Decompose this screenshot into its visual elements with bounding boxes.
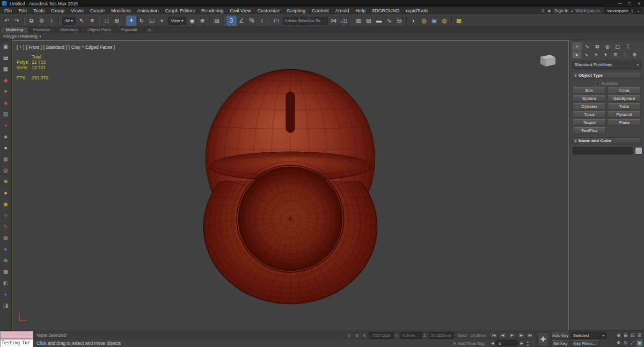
menu-graph-editors[interactable]: Graph Editors bbox=[162, 7, 198, 14]
viewport-shading-menu[interactable]: [ Clay + Edged Faces ] bbox=[69, 45, 115, 50]
viewport-pov-menu[interactable]: [ Front ] bbox=[26, 45, 41, 50]
close-button[interactable]: ✕ bbox=[634, 0, 644, 7]
schematic-view-icon[interactable]: ⊟ bbox=[394, 16, 405, 26]
add-time-tag[interactable]: ◷ Add Time Tag bbox=[452, 341, 484, 346]
dock-icon-21[interactable]: ▩ bbox=[1, 267, 11, 276]
ribbon-tab-freeform[interactable]: Freeform bbox=[28, 27, 55, 33]
maxscript-mini-listener[interactable]: Testing for i bbox=[0, 339, 33, 347]
selection-lock-icon[interactable]: ⊘ bbox=[353, 333, 361, 339]
dock-icon-23[interactable]: ● bbox=[1, 289, 11, 299]
dock-icon-4[interactable]: ◆ bbox=[1, 75, 11, 85]
spacewarps-category-icon[interactable]: ≀ bbox=[620, 51, 630, 58]
menu-civil-view[interactable]: Civil View bbox=[227, 7, 254, 14]
textplus-button[interactable]: TextPlus bbox=[573, 127, 606, 134]
helpers-category-icon[interactable]: ⊞ bbox=[611, 51, 620, 58]
ribbon-tab-populate[interactable]: Populate bbox=[115, 27, 142, 33]
viewport-front[interactable]: [ + ][ Front ][ Standard ][ Clay + Edged… bbox=[12, 40, 569, 330]
hierarchy-tab-icon[interactable]: ⧉ bbox=[592, 42, 602, 50]
cameras-category-icon[interactable]: ✦ bbox=[601, 51, 610, 58]
toggle-ribbon-icon[interactable]: ▬ bbox=[374, 16, 384, 26]
select-and-move-icon[interactable]: + bbox=[126, 16, 136, 26]
menu-create[interactable]: Create bbox=[87, 7, 108, 14]
geometry-category-icon[interactable]: ● bbox=[572, 51, 581, 58]
select-and-scale-icon[interactable]: ◱ bbox=[147, 16, 157, 26]
rectangular-selection-region-icon[interactable]: □ bbox=[101, 16, 112, 26]
dock-icon-15[interactable]: ◉ bbox=[1, 199, 11, 209]
dock-icon-16[interactable]: ⁘ bbox=[1, 210, 11, 220]
menu-arnold[interactable]: Arnold bbox=[332, 7, 352, 14]
dock-icon-10[interactable]: ● bbox=[1, 143, 11, 152]
z-field[interactable]: 20,362mm bbox=[429, 332, 453, 339]
unlink-selection-icon[interactable]: ⊘ bbox=[36, 16, 47, 26]
dock-icon-22[interactable]: ◧ bbox=[1, 278, 11, 287]
object-color-swatch[interactable] bbox=[635, 147, 642, 154]
select-and-manipulate-icon[interactable]: ⊕ bbox=[197, 16, 208, 26]
orbit-icon[interactable]: ↻ bbox=[622, 339, 629, 347]
menu-help[interactable]: Help bbox=[352, 7, 369, 14]
menu-file[interactable]: File bbox=[1, 7, 16, 14]
cone-button[interactable]: Cone bbox=[608, 87, 641, 94]
percent-snap-icon[interactable]: % bbox=[247, 16, 257, 26]
plane-button[interactable]: Plane bbox=[608, 119, 641, 126]
menu-edit[interactable]: Edit bbox=[16, 7, 31, 14]
go-to-start-button[interactable]: |◀ bbox=[489, 332, 498, 339]
bind-to-space-warp-icon[interactable]: ≀ bbox=[47, 16, 57, 26]
play-button[interactable]: ▶ bbox=[508, 332, 516, 339]
motion-tab-icon[interactable]: ◎ bbox=[603, 42, 612, 50]
primitives-dropdown[interactable]: Standard Primitives ▾ bbox=[572, 61, 641, 69]
previous-frame-arrow[interactable]: ◀ bbox=[489, 340, 496, 346]
selection-set-dropdown[interactable]: Selected ▾ bbox=[571, 332, 606, 339]
select-and-rotate-icon[interactable]: ↻ bbox=[136, 16, 147, 26]
current-frame-field[interactable]: 0 bbox=[496, 340, 518, 346]
zoom-region-icon[interactable]: ⊠ bbox=[636, 332, 643, 339]
spinner-snap-icon[interactable]: ↕ bbox=[257, 16, 267, 26]
dock-icon-2[interactable]: ▤ bbox=[1, 53, 11, 62]
set-keys-button[interactable]: ✚ bbox=[537, 332, 549, 346]
object-type-rollout[interactable]: ▾ Object Type bbox=[572, 72, 641, 79]
dock-icon-1[interactable]: ▣ bbox=[1, 41, 11, 51]
modify-tab-icon[interactable]: ∿ bbox=[582, 42, 592, 50]
dock-icon-12[interactable]: ◎ bbox=[1, 165, 11, 175]
y-field[interactable]: 0,0mm bbox=[400, 332, 422, 339]
rendered-frame-window-icon[interactable]: ▣ bbox=[429, 16, 440, 26]
zoom-icon[interactable]: ⊕ bbox=[615, 332, 622, 339]
align-icon[interactable]: ◫ bbox=[339, 16, 349, 26]
menu-rendering[interactable]: Rendering bbox=[198, 7, 227, 14]
ribbon-tab-modeling[interactable]: Modeling bbox=[1, 27, 28, 33]
dock-icon-8[interactable]: ● bbox=[1, 120, 11, 130]
render-setup-icon[interactable]: ◍ bbox=[419, 16, 429, 26]
sphere-button[interactable]: Sphere bbox=[573, 95, 606, 102]
dock-icon-7[interactable]: ▧ bbox=[1, 109, 11, 119]
dock-icon-24[interactable]: ◨ bbox=[1, 300, 11, 310]
frame-spinner[interactable]: ▴ ▾ bbox=[525, 340, 530, 346]
select-and-link-icon[interactable]: ⧉ bbox=[26, 16, 36, 26]
field-of-view-icon[interactable]: ⤢ bbox=[629, 339, 636, 347]
shapes-category-icon[interactable]: ∿ bbox=[582, 51, 591, 58]
sign-in-button[interactable]: Sign In bbox=[554, 8, 568, 13]
zoom-extents-icon[interactable]: ⊡ bbox=[629, 332, 636, 339]
box-button[interactable]: Box bbox=[573, 87, 606, 94]
geosphere-button[interactable]: GeoSphere bbox=[608, 95, 641, 102]
menu-rapidtools[interactable]: rapidTools bbox=[403, 7, 431, 14]
dock-icon-13[interactable]: ☀ bbox=[1, 176, 11, 186]
menu-modifiers[interactable]: Modifiers bbox=[108, 7, 134, 14]
selection-filter-dropdown[interactable]: All ▾ bbox=[62, 17, 76, 25]
snaps-toggle-icon[interactable]: 3 bbox=[226, 16, 237, 26]
menu-scripting[interactable]: Scripting bbox=[283, 7, 309, 14]
viewport-renderer-menu[interactable]: [ Standard ] bbox=[43, 45, 67, 50]
maximize-viewport-icon[interactable]: ▣ bbox=[636, 339, 643, 347]
window-crossing-icon[interactable]: ⊞ bbox=[112, 16, 122, 26]
curve-editor-icon[interactable]: ∿ bbox=[384, 16, 394, 26]
redo-icon[interactable]: ↷ bbox=[12, 16, 22, 26]
mirror-icon[interactable]: ⋈ bbox=[329, 16, 339, 26]
display-tab-icon[interactable]: ▢ bbox=[613, 42, 623, 50]
menu-group[interactable]: Group bbox=[48, 7, 68, 14]
lights-category-icon[interactable]: ☀ bbox=[591, 51, 601, 58]
dock-icon-19[interactable]: ● bbox=[1, 244, 11, 254]
undo-icon[interactable]: ↶ bbox=[2, 16, 12, 26]
teapot-button[interactable]: Teapot bbox=[573, 119, 606, 126]
autogrid-checkbox[interactable] bbox=[595, 82, 599, 86]
menu-3dground[interactable]: 3DGROUND bbox=[369, 7, 403, 14]
zoom-all-icon[interactable]: ⊞ bbox=[622, 332, 629, 339]
maximize-button[interactable]: ▢ bbox=[625, 0, 634, 7]
